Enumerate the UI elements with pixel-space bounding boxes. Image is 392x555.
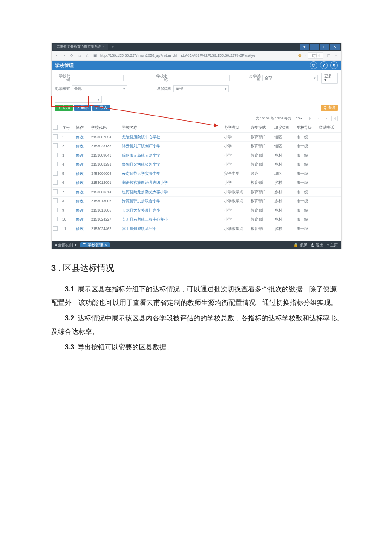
pager-last[interactable]: ›| [331, 116, 338, 121]
panel-close-icon[interactable]: ✕ [330, 61, 338, 69]
school-link[interactable]: 宾川县右所镇三校中心完小 [122, 217, 168, 221]
pager-prev[interactable]: ‹ [316, 116, 321, 121]
school-link[interactable]: 瑞丽市弄岛镇弄岛小学 [122, 153, 160, 157]
filter-select-stage[interactable]: 全部▾ [262, 75, 317, 81]
window-close-icon[interactable]: ✕ [330, 44, 340, 50]
cell-code: 2153012001 [90, 178, 121, 188]
school-link[interactable]: 龙陵县腊勐镇中心学校 [122, 135, 160, 139]
nav-screenshot-icon[interactable]: ▣ [92, 54, 98, 58]
cell-mode: 民办 [249, 169, 273, 178]
filter-select-extra[interactable]: ▾ [55, 96, 102, 103]
add-button[interactable]: ＋ 新增 [55, 105, 73, 111]
cell-idx: 5 [61, 169, 75, 178]
bookmark-toggle-icon[interactable]: ▢ [326, 54, 331, 58]
cell-mode: 教育部门 [249, 132, 273, 142]
nav-back-icon[interactable]: ‹ [54, 54, 59, 58]
cell-area: 乡村 [273, 151, 295, 160]
cell-phone [317, 142, 341, 151]
filter-more-button[interactable]: 更多 ▾ [321, 73, 338, 84]
filter-select-mode[interactable]: 全部▾ [72, 85, 127, 92]
row-checkbox[interactable] [53, 143, 58, 148]
section-number: 3 . [51, 259, 61, 276]
school-link[interactable]: 澜沧拉祜族自治县岩因小学 [122, 180, 168, 185]
row-checkbox[interactable] [53, 153, 58, 157]
paragraph: 3.2达标情况中展示该区县内各学段被评估的的学校总数，各指标的达标学校数和达标率… [51, 311, 341, 339]
tab-close-icon[interactable]: × [103, 45, 105, 49]
school-link[interactable]: 鲁甸县火河镇火河小学 [122, 162, 160, 166]
status-home[interactable]: ⌂主页 [327, 243, 338, 247]
paragraph: 3.1展示区县在指标分组下的达标情况，可以通过批次切换查看多个批次的数据，除了资… [51, 282, 341, 310]
nav-reload-icon[interactable]: ⟳ [69, 54, 75, 58]
row-checkbox[interactable] [53, 226, 58, 231]
panel-title: 学校管理 [55, 63, 74, 68]
filter-label-area: 城乡类型 [156, 87, 172, 91]
status-current-tab[interactable]: ≣ 学校管理 × [80, 242, 110, 248]
browser-tab[interactable]: 云南省义务教育均衡监测系统 × [53, 44, 108, 50]
status-lock[interactable]: 🔒锁屏 [294, 243, 307, 247]
edit-link[interactable]: 修改 [76, 135, 84, 139]
address-action-button[interactable]: 访问 [308, 52, 323, 59]
address-url[interactable]: http://139.155.60.227/main2058.jsp?retur… [100, 54, 296, 58]
row-checkbox[interactable] [53, 189, 58, 194]
edit-link[interactable]: 修改 [76, 171, 84, 176]
school-link[interactable]: 祥云县刘厂镇刘厂小学 [122, 144, 160, 148]
nav-star-icon[interactable]: ☆ [85, 54, 90, 58]
edit-link[interactable]: 修改 [76, 227, 84, 231]
filter-input-name[interactable] [170, 75, 230, 81]
status-tab-close-icon[interactable]: × [105, 243, 107, 247]
school-link[interactable]: 云南师范大学实验中学 [122, 171, 160, 176]
window-dropdown-icon[interactable]: ▾ [300, 44, 309, 50]
pager-first[interactable]: |‹ [307, 116, 313, 121]
menu-icon[interactable]: ≡ [334, 54, 339, 58]
nav-forward-icon[interactable]: › [62, 54, 67, 58]
cell-mode: 教育部门 [249, 160, 273, 169]
edit-link[interactable]: 修改 [76, 144, 84, 148]
row-checkbox[interactable] [53, 180, 58, 185]
row-checkbox[interactable] [53, 208, 58, 212]
window-maximize-icon[interactable]: □ [320, 44, 329, 50]
caret-icon: ▾ [225, 87, 227, 91]
compass-icon[interactable]: ❂ [298, 54, 302, 58]
status-all-closed[interactable]: ● 全部功能 ▾ [55, 243, 77, 247]
filter-input-code[interactable] [72, 75, 124, 81]
filter-select-area[interactable]: 全部▾ [173, 85, 229, 92]
edit-link[interactable]: 修改 [76, 208, 84, 212]
edit-link[interactable]: 修改 [76, 162, 84, 166]
checkbox-all[interactable] [53, 125, 58, 130]
row-checkbox[interactable] [53, 171, 58, 176]
school-link[interactable]: 红河县勐龙乡勐龙大寨小学 [122, 190, 168, 194]
school-link[interactable]: 沧源县班洪乡联合小学 [122, 199, 160, 203]
row-checkbox[interactable] [53, 198, 58, 203]
cell-code: 2153009043 [90, 151, 121, 160]
cell-phone [317, 151, 341, 160]
table-row: 7修改2153000314红河县勐龙乡勐龙大寨小学小学教学点教育部门乡村市一级 [52, 187, 341, 197]
cell-mode: 教育部门 [249, 178, 273, 188]
row-checkbox[interactable] [53, 162, 58, 166]
cell-idx: 3 [61, 151, 75, 160]
pager-size-select[interactable]: 20▾ [294, 116, 304, 121]
panel-refresh-icon[interactable]: ⟳ [310, 61, 317, 69]
nav-home-icon[interactable]: ⌂ [77, 54, 82, 58]
edit-link[interactable]: 修改 [76, 180, 84, 185]
school-link[interactable]: 宾川县州城镇某完小 [122, 227, 156, 231]
tab-add-icon[interactable]: ＋ [110, 44, 116, 50]
filter-mode-value: 全部 [74, 87, 82, 91]
sub-number: 3.1 [65, 285, 74, 293]
import-button[interactable]: ⇪ 导入 [92, 105, 110, 111]
status-logout[interactable]: ⏻退出 [311, 243, 323, 247]
search-button[interactable]: Q 查询 [321, 105, 338, 111]
school-link[interactable]: 玉龙县大安乡普门完小 [122, 208, 160, 212]
window-minimize-icon[interactable]: — [310, 44, 319, 50]
col-stage: 办学类型 [223, 123, 249, 133]
row-checkbox[interactable] [53, 134, 58, 139]
delete-button[interactable]: ✕ 删除 [74, 105, 92, 111]
panel-fullscreen-icon[interactable]: ⤢ [320, 61, 328, 69]
edit-link[interactable]: 修改 [76, 190, 84, 194]
pager-next[interactable]: › [324, 116, 329, 121]
cell-code: 2153007054 [90, 132, 121, 142]
cell-stage: 小学 [223, 151, 249, 160]
edit-link[interactable]: 修改 [76, 217, 84, 221]
edit-link[interactable]: 修改 [76, 199, 84, 203]
row-checkbox[interactable] [53, 217, 58, 221]
edit-link[interactable]: 修改 [76, 153, 84, 157]
